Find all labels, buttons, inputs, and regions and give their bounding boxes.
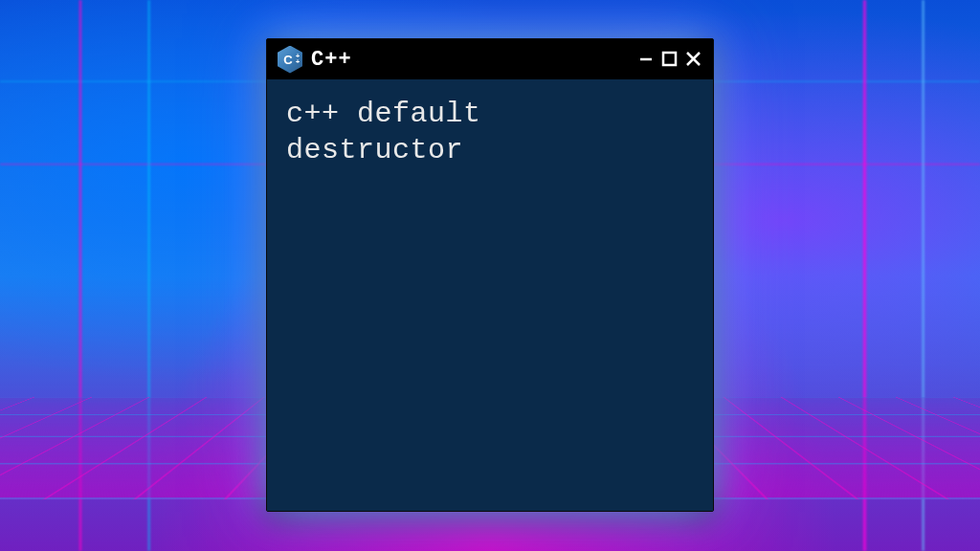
cpp-logo-icon: C ++ — [277, 46, 303, 73]
svg-rect-1 — [663, 53, 676, 65]
terminal-content: c++ default destructor — [286, 97, 694, 168]
terminal-window: C ++ C++ — [266, 38, 714, 512]
minimize-icon[interactable] — [638, 51, 656, 68]
close-icon[interactable] — [684, 50, 703, 69]
window-controls — [638, 50, 703, 69]
terminal-body[interactable]: c++ default destructor — [267, 79, 713, 511]
window-titlebar[interactable]: C ++ C++ — [267, 39, 713, 79]
window-title: C++ — [311, 48, 631, 72]
maximize-icon[interactable] — [661, 51, 679, 68]
